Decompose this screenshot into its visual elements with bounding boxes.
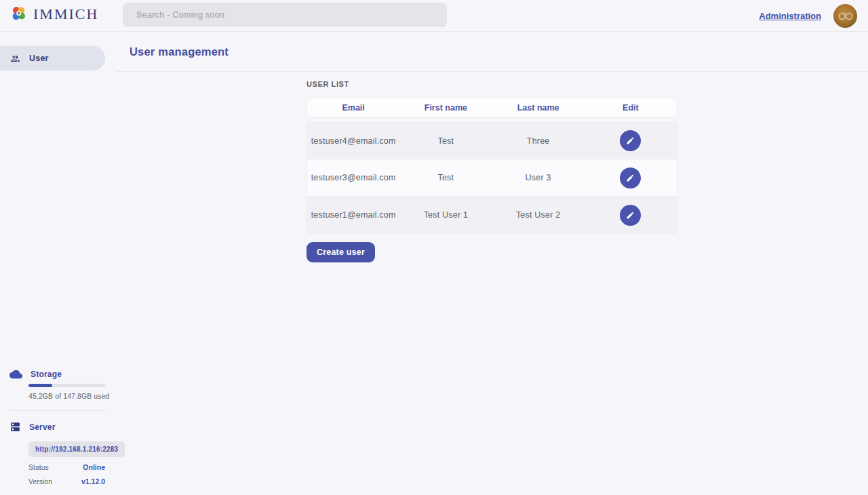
page-title-bar: User management xyxy=(116,32,868,72)
storage-usage-text: 45.2GB of 147.8GB used xyxy=(28,392,116,400)
pencil-icon xyxy=(626,136,635,145)
group-icon xyxy=(10,54,20,64)
edit-user-button[interactable] xyxy=(620,167,641,189)
cell-email: testuser3@email.com xyxy=(307,173,399,182)
version-value: v1.12.0 xyxy=(81,477,105,486)
administration-link[interactable]: Administration xyxy=(759,11,821,21)
table-row: testuser1@email.com Test User 1 Test Use… xyxy=(307,197,677,234)
cell-email: testuser4@email.com xyxy=(307,136,399,146)
cell-first-name: Test xyxy=(399,136,492,146)
top-header: IMMICH Administration xyxy=(0,0,868,32)
sidebar-item-label: User xyxy=(29,54,49,63)
user-avatar[interactable] xyxy=(833,4,857,28)
storage-progress-bar xyxy=(28,384,105,387)
sidebar-divider xyxy=(9,410,106,411)
immich-logo: IMMICH xyxy=(9,5,98,23)
storage-progress-fill xyxy=(28,384,52,387)
server-url-badge: http://192.168.1.216:2283 xyxy=(28,441,125,457)
pencil-icon xyxy=(626,211,635,220)
page-title: User management xyxy=(130,45,229,58)
table-row: testuser3@email.com Test User 3 xyxy=(307,159,677,197)
storage-title: Storage xyxy=(31,370,62,379)
sidebar-item-user[interactable]: User xyxy=(0,46,105,71)
status-label: Status xyxy=(28,463,49,471)
main-content: User management USER LIST Email First na… xyxy=(116,32,868,495)
immich-flower-icon xyxy=(9,5,28,23)
cell-last-name: Test User 2 xyxy=(492,210,585,220)
server-title: Server xyxy=(29,422,56,432)
storage-heading: Storage xyxy=(0,370,116,379)
server-heading: Server xyxy=(0,421,116,433)
create-user-button[interactable]: Create user xyxy=(307,242,375,262)
cloud-icon xyxy=(9,370,22,379)
column-header-email: Email xyxy=(307,103,399,113)
table-header-row: Email First name Last name Edit xyxy=(307,97,677,118)
glasses-image-detail xyxy=(838,12,853,20)
brand-wordmark: IMMICH xyxy=(33,5,98,23)
user-list-label: USER LIST xyxy=(307,80,677,88)
cell-first-name: Test xyxy=(399,173,492,182)
cell-first-name: Test User 1 xyxy=(399,210,492,220)
table-row: testuser4@email.com Test Three xyxy=(307,122,677,159)
server-status-row: Status Online xyxy=(28,463,105,471)
sidebar-status-panel: Storage 45.2GB of 147.8GB used Server ht… xyxy=(0,370,116,495)
edit-user-button[interactable] xyxy=(620,205,641,226)
cell-email: testuser1@email.com xyxy=(307,210,399,220)
search-input[interactable] xyxy=(123,3,447,27)
server-version-row: Version v1.12.0 xyxy=(28,477,105,486)
column-header-last-name: Last name xyxy=(492,103,585,113)
column-header-edit: Edit xyxy=(585,103,677,113)
server-icon xyxy=(9,421,21,433)
cell-last-name: Three xyxy=(492,136,585,146)
status-value: Online xyxy=(83,463,105,471)
user-table: testuser4@email.com Test Three testuser3… xyxy=(307,122,677,234)
cell-last-name: User 3 xyxy=(492,173,585,182)
version-label: Version xyxy=(28,477,52,486)
edit-user-button[interactable] xyxy=(620,130,641,151)
column-header-first-name: First name xyxy=(399,103,492,113)
pencil-icon xyxy=(626,174,635,182)
sidebar: User Storage 45.2GB of 147.8GB used Serv… xyxy=(0,32,116,495)
